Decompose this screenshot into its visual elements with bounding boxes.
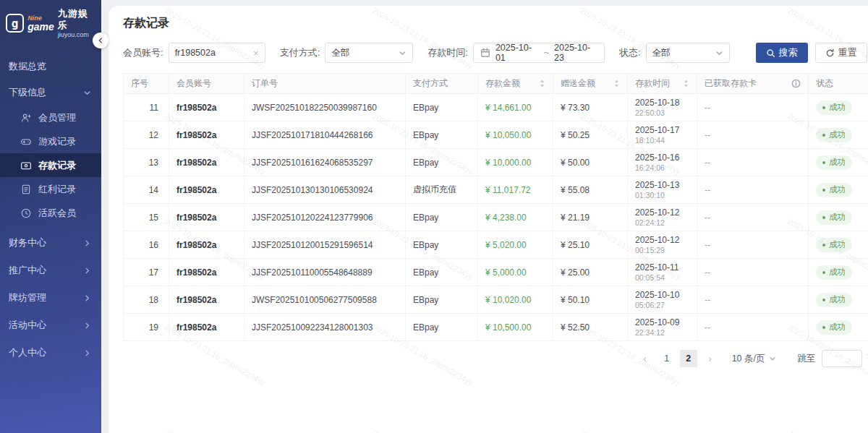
cell-status: 成功 [809, 149, 868, 176]
sidebar-group-label: 牌坊管理 [9, 291, 46, 304]
sort-icon[interactable] [539, 79, 545, 88]
page-number-button[interactable]: 2 [680, 350, 697, 367]
reset-button[interactable]: 重置 [815, 43, 867, 63]
sidebar-group[interactable]: 活动中心 [0, 312, 101, 339]
column-header[interactable]: 订单号 [244, 74, 406, 94]
sidebar-item-overview[interactable]: 数据总览 [0, 53, 101, 80]
table-row[interactable]: 18 fr198502a JWSF202510100506277509588 E… [124, 286, 868, 314]
column-header[interactable]: 存款时间 [628, 74, 697, 94]
status-dot-icon [822, 299, 825, 301]
sort-icon[interactable] [613, 79, 620, 88]
sort-icon[interactable] [683, 79, 689, 88]
sidebar-group-label: 推广中心 [9, 264, 46, 277]
status-dot-icon [822, 216, 825, 219]
status-select[interactable]: 全部 [646, 43, 730, 63]
date-range-picker[interactable]: 2025-10-01 ~ 2025-10-23 [473, 43, 605, 63]
table-row[interactable]: 19 fr198502a JJSF202510092234128001303 E… [124, 314, 868, 341]
prev-page-button[interactable]: ‹ [637, 350, 654, 367]
cell-status: 成功 [809, 94, 868, 121]
column-header[interactable]: 支付方式 [406, 74, 478, 94]
table-header-row: 序号 会员账号 [124, 74, 868, 94]
sidebar-group[interactable]: 个人中心 [0, 339, 101, 366]
info-icon[interactable] [791, 79, 801, 88]
cell-deposit-card: -- [697, 259, 809, 286]
sidebar-group-subordinate[interactable]: 下级信息 [0, 80, 101, 106]
column-header[interactable]: 存款金额 [478, 74, 553, 94]
status-badge: 成功 [816, 293, 852, 307]
cell-status: 成功 [809, 204, 868, 231]
table-row[interactable]: 11 fr198502a JWSF202510182250039987160 E… [124, 94, 868, 121]
cell-order-no: JJSF202510092234128001303 [244, 314, 406, 341]
sidebar-subitem[interactable]: 活跃会员 [0, 201, 101, 225]
status-value: 全部 [652, 47, 671, 59]
cell-index: 14 [124, 176, 169, 204]
column-header[interactable]: 已获取存款卡 [697, 74, 809, 94]
cell-status: 成功 [809, 314, 868, 341]
sidebar-subitem-label: 红利记录 [38, 183, 76, 196]
sidebar-subitem-label: 游戏记录 [38, 135, 76, 148]
app-logo[interactable]: g Nine game 九游娱乐 jiuyou.com [0, 0, 101, 45]
column-header[interactable]: 状态 [809, 74, 868, 94]
sidebar-subitem-label: 存款记录 [38, 159, 76, 172]
table-row[interactable]: 12 fr198502a JJSF202510171810444268166 E… [124, 121, 868, 149]
page-jump-input[interactable] [822, 350, 862, 367]
sidebar-group[interactable]: 财务中心 [0, 229, 101, 257]
cell-deposit-amount: ¥ 10,500.00 [478, 314, 553, 341]
column-header[interactable]: 会员账号 [169, 74, 244, 94]
chevron-right-icon [83, 322, 91, 330]
page-number-button[interactable]: 1 [658, 350, 676, 367]
pay-method-select[interactable]: 全部 [325, 43, 413, 63]
status-badge: 成功 [816, 265, 852, 280]
column-header[interactable]: 序号 [124, 74, 169, 94]
clear-icon[interactable]: × [253, 48, 259, 58]
calendar-icon [480, 48, 490, 58]
chevron-right-icon [83, 349, 91, 357]
chevron-left-icon [97, 37, 104, 44]
date-end: 2025-10-23 [554, 43, 597, 63]
cell-account: fr198502a [169, 149, 244, 176]
sidebar-subitem[interactable]: 存款记录 [0, 153, 101, 177]
page-size-select[interactable]: 10 条/页 [732, 353, 776, 365]
cell-index: 11 [124, 94, 169, 121]
cell-deposit-card: -- [697, 204, 809, 231]
filter-bar: 会员账号: × 支付方式: 全部 存款时间: 2025-10-01 ~ 2025… [123, 43, 868, 63]
cell-index: 16 [124, 231, 169, 259]
content-card: 存款记录 会员账号: × 支付方式: 全部 存款时间: 2025-10-01 ~ [109, 6, 868, 433]
search-button[interactable]: 搜索 [756, 43, 808, 63]
table-row[interactable]: 16 fr198502a JJSF202510120015291596514 E… [124, 231, 868, 259]
table-row[interactable]: 13 fr198502a JJSF202510161624068535297 E… [124, 149, 868, 176]
sidebar-group[interactable]: 推广中心 [0, 257, 101, 284]
column-header[interactable]: 赠送金额 [553, 74, 628, 94]
sidebar-groups: 财务中心 推广中心 牌坊管理 [0, 229, 101, 366]
sidebar-subitem[interactable]: 红利记录 [0, 177, 101, 201]
sidebar-group[interactable]: 牌坊管理 [0, 284, 101, 312]
account-input[interactable] [175, 48, 247, 58]
cell-deposit-time: 2025-10-11 00:05:54 [628, 259, 697, 286]
sidebar-collapse-button[interactable] [93, 33, 109, 48]
cell-deposit-time: 2025-10-09 22:34:12 [628, 314, 697, 341]
cell-deposit-amount: ¥ 14,661.00 [478, 94, 553, 121]
status-dot-icon [822, 244, 825, 246]
sidebar-subitem[interactable]: 会员管理 [0, 106, 101, 129]
cell-pay-method: EBpay [406, 204, 478, 231]
sidebar-subitem[interactable]: 游戏记录 [0, 129, 101, 153]
page-jump: 跳至 页 [798, 350, 868, 367]
cell-bonus-amount: ¥ 21.19 [553, 204, 628, 231]
table-row[interactable]: 17 fr198502a JJSF202510110005548648889 E… [124, 259, 868, 286]
main-content: 存款记录 会员账号: × 支付方式: 全部 存款时间: 2025-10-01 ~ [101, 0, 868, 433]
cell-deposit-amount: ¥ 10,050.00 [478, 121, 553, 149]
next-page-button[interactable]: › [702, 350, 719, 367]
deposit-time-label: 存款时间: [427, 46, 468, 59]
cell-account: fr198502a [169, 286, 244, 314]
cell-status: 成功 [809, 176, 868, 204]
status-badge: 成功 [816, 320, 852, 335]
cell-bonus-amount: ¥ 55.08 [553, 176, 628, 204]
status-dot-icon [822, 134, 825, 137]
cell-order-no: JJSF202510120015291596514 [244, 231, 406, 259]
cell-order-no: JWSF202510182250039987160 [244, 94, 406, 121]
table-row[interactable]: 15 fr198502a JJSF202510120224123779906 E… [124, 204, 868, 231]
cell-account: fr198502a [169, 204, 244, 231]
card-icon [20, 160, 32, 171]
table-row[interactable]: 14 fr198502a JJSF202510130130106530924 虚… [124, 176, 868, 204]
cell-deposit-time: 2025-10-13 01:30:10 [628, 176, 697, 204]
